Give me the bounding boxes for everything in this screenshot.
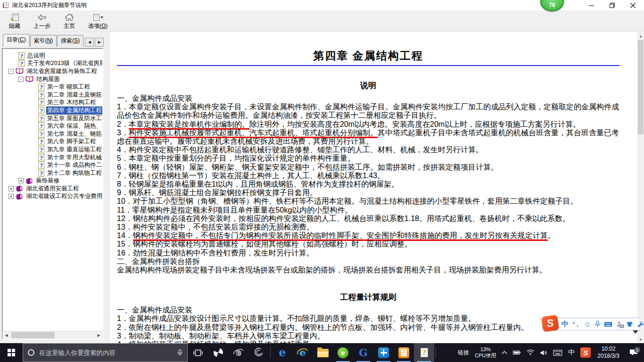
- scroll-left-icon[interactable]: ◀: [2, 331, 10, 339]
- scrollbar-thumb[interactable]: [11, 332, 55, 338]
- collapse-icon[interactable]: -: [18, 77, 24, 82]
- ime-punctuation-button[interactable]: °，: [572, 320, 580, 329]
- tab-scroll-left-button[interactable]: ◀: [85, 38, 94, 47]
- tree-item[interactable]: -湖北省房屋建筑与装饰工程: [3, 67, 102, 75]
- cortana-icon: [28, 349, 34, 356]
- tree-item[interactable]: ?第十二章 构筑物工程: [3, 169, 102, 177]
- chm-help-viewer-taskbar-button[interactable]: ?: [414, 343, 434, 362]
- pinwheel-app-taskbar-button[interactable]: [208, 343, 228, 362]
- close-button[interactable]: [622, 0, 643, 10]
- sogou-logo-icon[interactable]: S: [541, 315, 559, 332]
- text-run: 3．制动梁、制动板、制动桁架、车档并入钢吊车梁工程量内。: [117, 332, 325, 340]
- expand-icon[interactable]: +: [18, 178, 24, 183]
- paragraph: 4．构件安装定额中不包括起重机和运输机械行驶道路修整、铺垫工作的人工、材料、机械…: [117, 146, 619, 154]
- tree-item[interactable]: ?第六章 保温、隔热、防腐: [3, 122, 102, 130]
- window-titlebar[interactable]: ? 湖北省2013序列定额章节说明 76: [0, 0, 644, 10]
- scroll-up-icon[interactable]: ▲: [637, 32, 644, 40]
- accelerator-ball-badge[interactable]: 76: [540, 0, 564, 11]
- expand-icon[interactable]: +: [8, 186, 14, 191]
- volume-icon[interactable]: [537, 343, 550, 362]
- touch-keyboard-icon[interactable]: [550, 343, 565, 362]
- tree-item[interactable]: -结构屋面: [3, 75, 102, 83]
- voice-input-icon[interactable]: [595, 321, 600, 328]
- start-button[interactable]: [0, 343, 23, 362]
- restore-button[interactable]: [602, 0, 622, 10]
- text-run: 1．本章定额仅设置金属构件安装子目，未设置金属构件制作、金属构件运输子目。金属构…: [117, 103, 619, 119]
- tab-scroll-right-button[interactable]: ▶: [95, 38, 104, 47]
- soft-keyboard-icon[interactable]: [604, 321, 612, 327]
- ime-indicator[interactable]: 中: [565, 343, 578, 362]
- wps-notes-app-taskbar-button[interactable]: [394, 343, 414, 362]
- login-user-icon[interactable]: 21: [616, 321, 622, 327]
- tree-item[interactable]: +湖北省建设工程公共专业费用: [3, 193, 102, 201]
- tree-item[interactable]: ?第九章 垂直运输工程: [3, 146, 102, 154]
- edge-taskbar-button[interactable]: e: [272, 343, 292, 362]
- tree-item[interactable]: ?关于发布2013版《湖北省房屋: [3, 60, 102, 68]
- internet-explorer-taskbar-button[interactable]: e: [292, 343, 313, 362]
- tree-item[interactable]: ?总说明: [3, 52, 102, 60]
- tree-horizontal-scrollbar[interactable]: ◀ ▶: [2, 331, 103, 339]
- tab-index[interactable]: 索引(N): [30, 35, 57, 47]
- tree-item[interactable]: ?第十章 常用大型机械进退: [3, 154, 102, 162]
- tree-item[interactable]: ?第十一章 成品构件二次运: [3, 161, 102, 169]
- tree-item[interactable]: ?第四章 金属结构工程: [3, 107, 102, 115]
- browser-360-taskbar-button[interactable]: e: [333, 343, 353, 362]
- tree-item[interactable]: +装饰装修: [3, 177, 102, 185]
- links-toolbar[interactable]: 链接: [455, 343, 472, 362]
- back-button[interactable]: 上一步: [30, 11, 54, 31]
- tab-contents[interactable]: 目录(C): [3, 34, 30, 47]
- expand-icon[interactable]: +: [8, 194, 14, 199]
- tray-chevron-up-icon[interactable]: [499, 343, 510, 362]
- chevron-down-icon[interactable]: [633, 330, 638, 334]
- sogou-tray-icon[interactable]: S: [578, 343, 594, 362]
- system-tray: 链接 13%CPU使用 中 S 10:02 2018/3/3 1: [452, 343, 644, 362]
- tree-item[interactable]: ?第二章 混凝土及钢筋混凝土: [3, 91, 102, 99]
- help-toolbar: 隐藏上一步主页选项(O): [0, 10, 644, 32]
- search-input[interactable]: [39, 349, 173, 356]
- tree-item[interactable]: +湖北省通用安装工程: [3, 185, 102, 193]
- file-explorer-taskbar-button[interactable]: [313, 343, 333, 362]
- battery-icon[interactable]: [510, 343, 524, 362]
- wifi-icon[interactable]: [524, 343, 537, 362]
- microphone-icon[interactable]: [177, 349, 182, 356]
- tree-item[interactable]: ?第七章 混凝土、钢筋混凝: [3, 130, 102, 138]
- action-center-button[interactable]: 1: [623, 349, 644, 356]
- g-app-taskbar-button[interactable]: G: [353, 343, 373, 362]
- closed-book-icon: [16, 185, 23, 192]
- tree-item[interactable]: ?第五章 屋面及防水工程: [3, 115, 102, 123]
- tree-item-label: 第十二章 构筑物工程: [46, 169, 102, 177]
- svg-text:?: ?: [20, 61, 23, 66]
- internet-explorer-icon: e: [296, 346, 309, 359]
- doc-plus-app-taskbar-button[interactable]: [373, 343, 394, 362]
- tree-item-label: 第九章 垂直运输工程: [46, 146, 102, 154]
- scroll-right-icon[interactable]: ▶: [95, 331, 103, 339]
- settings-wrench-icon[interactable]: [637, 321, 644, 328]
- tree-item[interactable]: ?第三章 木结构工程: [3, 99, 102, 107]
- options-button[interactable]: 选项(O): [85, 11, 111, 31]
- window-title: 湖北省2013序列定额章节说明: [12, 1, 87, 9]
- tree-item[interactable]: ?第八章 脚手架工程: [3, 138, 102, 146]
- document-vertical-scrollbar[interactable]: ▲ ▼: [637, 32, 644, 343]
- spiral-g-app-taskbar-button[interactable]: [248, 343, 269, 362]
- scrollbar-thumb[interactable]: [638, 40, 644, 134]
- home-button[interactable]: 主页: [58, 11, 80, 31]
- clock[interactable]: 10:02 2018/3/3: [594, 346, 623, 360]
- task-view-button[interactable]: [188, 343, 208, 362]
- minimize-button[interactable]: [581, 0, 602, 10]
- section-heading: 工程量计算规则: [117, 293, 619, 302]
- tab-search[interactable]: 搜索(S): [57, 35, 83, 47]
- taskbar-search-box[interactable]: [23, 343, 188, 362]
- emoji-icon[interactable]: ☺: [584, 321, 591, 328]
- tree-item-label: 总说明: [26, 52, 46, 60]
- pane-splitter[interactable]: [105, 32, 109, 343]
- collapse-icon[interactable]: -: [8, 69, 14, 74]
- hide-button[interactable]: 隐藏: [4, 11, 25, 31]
- windows-logo-icon: [8, 349, 16, 357]
- cpu-meter[interactable]: 13%CPU使用: [472, 343, 499, 362]
- chm-help-icon: ?: [421, 348, 428, 357]
- skin-shirt-icon[interactable]: [626, 321, 633, 327]
- tree-item[interactable]: ?第一章 砌筑工程: [3, 83, 102, 91]
- scroll-down-icon[interactable]: ▼: [637, 336, 644, 343]
- ime-chinese-mode-button[interactable]: 中: [561, 320, 569, 329]
- ie-white-app-taskbar-button[interactable]: e: [228, 343, 248, 362]
